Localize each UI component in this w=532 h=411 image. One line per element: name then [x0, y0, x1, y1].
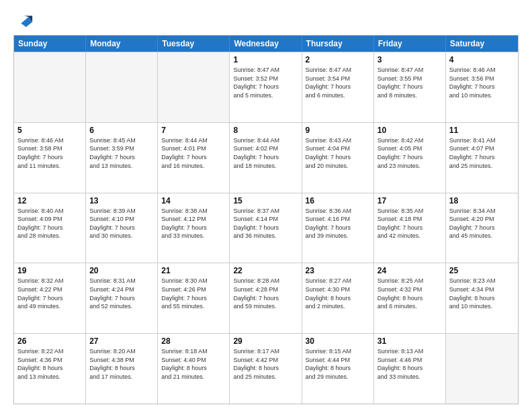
- cell-info: Sunrise: 8:18 AM Sunset: 4:40 PM Dayligh…: [161, 347, 226, 381]
- calendar-cell: 4Sunrise: 8:46 AM Sunset: 3:56 PM Daylig…: [446, 52, 518, 122]
- calendar-cell: 27Sunrise: 8:20 AM Sunset: 4:38 PM Dayli…: [86, 334, 158, 404]
- calendar-cell: 26Sunrise: 8:22 AM Sunset: 4:36 PM Dayli…: [14, 334, 86, 404]
- calendar-cell: 11Sunrise: 8:41 AM Sunset: 4:07 PM Dayli…: [446, 123, 518, 193]
- cell-date: 5: [17, 126, 82, 135]
- calendar-cell: 28Sunrise: 8:18 AM Sunset: 4:40 PM Dayli…: [158, 334, 230, 404]
- cell-info: Sunrise: 8:47 AM Sunset: 3:54 PM Dayligh…: [306, 66, 370, 99]
- cell-info: Sunrise: 8:40 AM Sunset: 4:09 PM Dayligh…: [17, 207, 82, 240]
- cell-date: 22: [233, 266, 298, 275]
- cell-info: Sunrise: 8:17 AM Sunset: 4:42 PM Dayligh…: [233, 347, 298, 381]
- cell-date: 23: [306, 266, 370, 275]
- cell-info: Sunrise: 8:37 AM Sunset: 4:14 PM Dayligh…: [233, 207, 298, 240]
- cell-info: Sunrise: 8:13 AM Sunset: 4:46 PM Dayligh…: [378, 347, 442, 381]
- header-cell-thursday: Thursday: [302, 36, 374, 52]
- calendar-cell: 19Sunrise: 8:32 AM Sunset: 4:22 PM Dayli…: [14, 263, 86, 333]
- cell-date: 30: [306, 336, 370, 346]
- cell-date: 27: [89, 336, 154, 346]
- calendar-row-5: 26Sunrise: 8:22 AM Sunset: 4:36 PM Dayli…: [14, 333, 518, 404]
- calendar-cell: 8Sunrise: 8:44 AM Sunset: 4:02 PM Daylig…: [230, 123, 302, 193]
- calendar-cell: 9Sunrise: 8:43 AM Sunset: 4:04 PM Daylig…: [302, 123, 374, 193]
- cell-info: Sunrise: 8:41 AM Sunset: 4:07 PM Dayligh…: [449, 136, 515, 170]
- header-cell-saturday: Saturday: [446, 36, 518, 52]
- calendar-cell: 7Sunrise: 8:44 AM Sunset: 4:01 PM Daylig…: [158, 123, 230, 193]
- calendar-cell: 21Sunrise: 8:30 AM Sunset: 4:26 PM Dayli…: [158, 263, 230, 333]
- calendar: SundayMondayTuesdayWednesdayThursdayFrid…: [13, 35, 519, 404]
- header-cell-monday: Monday: [86, 36, 158, 52]
- header-cell-tuesday: Tuesday: [158, 36, 230, 52]
- calendar-row-2: 5Sunrise: 8:46 AM Sunset: 3:58 PM Daylig…: [14, 122, 518, 193]
- calendar-cell: 12Sunrise: 8:40 AM Sunset: 4:09 PM Dayli…: [14, 193, 86, 263]
- cell-info: Sunrise: 8:25 AM Sunset: 4:32 PM Dayligh…: [378, 277, 442, 310]
- cell-info: Sunrise: 8:43 AM Sunset: 4:04 PM Dayligh…: [306, 136, 370, 170]
- cell-date: 11: [449, 126, 515, 135]
- calendar-cell: 17Sunrise: 8:35 AM Sunset: 4:18 PM Dayli…: [374, 193, 446, 263]
- calendar-cell: [86, 52, 158, 122]
- calendar-cell: 24Sunrise: 8:25 AM Sunset: 4:32 PM Dayli…: [374, 263, 446, 333]
- cell-info: Sunrise: 8:15 AM Sunset: 4:44 PM Dayligh…: [306, 347, 370, 381]
- cell-date: 19: [17, 266, 82, 275]
- header-cell-sunday: Sunday: [14, 36, 86, 52]
- calendar-cell: [158, 52, 230, 122]
- cell-info: Sunrise: 8:35 AM Sunset: 4:18 PM Dayligh…: [378, 207, 442, 240]
- cell-date: 25: [449, 266, 515, 275]
- cell-date: 18: [449, 196, 515, 205]
- cell-date: 9: [306, 126, 370, 135]
- calendar-cell: 30Sunrise: 8:15 AM Sunset: 4:44 PM Dayli…: [302, 334, 374, 404]
- calendar-cell: 16Sunrise: 8:36 AM Sunset: 4:16 PM Dayli…: [302, 193, 374, 263]
- cell-info: Sunrise: 8:23 AM Sunset: 4:34 PM Dayligh…: [449, 277, 515, 310]
- cell-info: Sunrise: 8:44 AM Sunset: 4:01 PM Dayligh…: [161, 136, 226, 170]
- calendar-cell: 5Sunrise: 8:46 AM Sunset: 3:58 PM Daylig…: [14, 123, 86, 193]
- calendar-cell: [14, 52, 86, 122]
- cell-info: Sunrise: 8:45 AM Sunset: 3:59 PM Dayligh…: [89, 136, 154, 170]
- cell-date: 10: [378, 126, 442, 135]
- calendar-cell: 22Sunrise: 8:28 AM Sunset: 4:28 PM Dayli…: [230, 263, 302, 333]
- header-cell-friday: Friday: [374, 36, 446, 52]
- cell-date: 31: [378, 336, 442, 346]
- calendar-cell: 18Sunrise: 8:34 AM Sunset: 4:20 PM Dayli…: [446, 193, 518, 263]
- logo-icon: [15, 11, 34, 30]
- cell-info: Sunrise: 8:30 AM Sunset: 4:26 PM Dayligh…: [161, 277, 226, 310]
- cell-info: Sunrise: 8:44 AM Sunset: 4:02 PM Dayligh…: [233, 136, 298, 170]
- calendar-row-3: 12Sunrise: 8:40 AM Sunset: 4:09 PM Dayli…: [14, 193, 518, 263]
- cell-info: Sunrise: 8:34 AM Sunset: 4:20 PM Dayligh…: [449, 207, 515, 240]
- calendar-cell: 23Sunrise: 8:27 AM Sunset: 4:30 PM Dayli…: [302, 263, 374, 333]
- calendar-cell: 2Sunrise: 8:47 AM Sunset: 3:54 PM Daylig…: [302, 52, 374, 122]
- calendar-header-row: SundayMondayTuesdayWednesdayThursdayFrid…: [14, 36, 518, 52]
- cell-date: 8: [233, 126, 298, 135]
- header-cell-wednesday: Wednesday: [230, 36, 302, 52]
- calendar-cell: 14Sunrise: 8:38 AM Sunset: 4:12 PM Dayli…: [158, 193, 230, 263]
- cell-date: 7: [161, 126, 226, 135]
- calendar-cell: 31Sunrise: 8:13 AM Sunset: 4:46 PM Dayli…: [374, 334, 446, 404]
- cell-info: Sunrise: 8:22 AM Sunset: 4:36 PM Dayligh…: [17, 347, 82, 381]
- cell-date: 20: [89, 266, 154, 275]
- calendar-cell: 3Sunrise: 8:47 AM Sunset: 3:55 PM Daylig…: [374, 52, 446, 122]
- page: SundayMondayTuesdayWednesdayThursdayFrid…: [0, 0, 532, 411]
- logo: [13, 11, 34, 30]
- cell-info: Sunrise: 8:20 AM Sunset: 4:38 PM Dayligh…: [89, 347, 154, 381]
- cell-date: 6: [89, 126, 154, 135]
- cell-info: Sunrise: 8:28 AM Sunset: 4:28 PM Dayligh…: [233, 277, 298, 310]
- calendar-cell: 15Sunrise: 8:37 AM Sunset: 4:14 PM Dayli…: [230, 193, 302, 263]
- cell-date: 2: [306, 55, 370, 64]
- cell-date: 21: [161, 266, 226, 275]
- calendar-cell: 25Sunrise: 8:23 AM Sunset: 4:34 PM Dayli…: [446, 263, 518, 333]
- cell-date: 15: [233, 196, 298, 205]
- cell-date: 1: [233, 55, 298, 64]
- cell-info: Sunrise: 8:31 AM Sunset: 4:24 PM Dayligh…: [89, 277, 154, 310]
- calendar-cell: 20Sunrise: 8:31 AM Sunset: 4:24 PM Dayli…: [86, 263, 158, 333]
- cell-date: 13: [89, 196, 154, 205]
- cell-info: Sunrise: 8:27 AM Sunset: 4:30 PM Dayligh…: [306, 277, 370, 310]
- cell-info: Sunrise: 8:47 AM Sunset: 3:52 PM Dayligh…: [233, 66, 298, 99]
- calendar-row-4: 19Sunrise: 8:32 AM Sunset: 4:22 PM Dayli…: [14, 263, 518, 333]
- cell-date: 26: [17, 336, 82, 346]
- cell-date: 16: [306, 196, 370, 205]
- calendar-cell: 13Sunrise: 8:39 AM Sunset: 4:10 PM Dayli…: [86, 193, 158, 263]
- cell-date: 4: [449, 55, 515, 64]
- cell-date: 17: [378, 196, 442, 205]
- calendar-cell: 1Sunrise: 8:47 AM Sunset: 3:52 PM Daylig…: [230, 52, 302, 122]
- header: [13, 11, 519, 30]
- cell-info: Sunrise: 8:46 AM Sunset: 3:58 PM Dayligh…: [17, 136, 82, 170]
- cell-date: 12: [17, 196, 82, 205]
- cell-info: Sunrise: 8:39 AM Sunset: 4:10 PM Dayligh…: [89, 207, 154, 240]
- cell-date: 24: [378, 266, 442, 275]
